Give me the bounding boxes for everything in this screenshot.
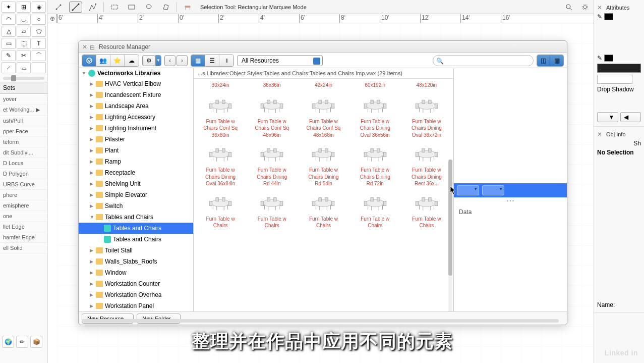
tree-item[interactable]: Workstation Counter [79,278,193,289]
tree-item-child[interactable]: Tables and Chairs [79,223,193,234]
sets-item[interactable]: teform [0,137,47,147]
resource-item[interactable]: 30x24in [196,81,245,90]
sets-item[interactable]: D Polygon [0,169,47,179]
line-weight-input[interactable] [597,75,632,84]
tool-icon[interactable]: ⌒ [32,50,46,61]
tool-icon[interactable]: ⬚ [17,38,31,49]
tree-item[interactable]: Simple Elevator [79,189,193,200]
sets-item[interactable]: emisphere [0,200,47,211]
tool-icon[interactable]: T [32,38,46,49]
tree-item[interactable]: HVAC Vertical Elbow [79,78,193,89]
view-column-icon[interactable]: ⫴ [219,55,233,66]
mode-rect-marquee-icon[interactable] [108,2,121,13]
resource-item[interactable]: Furn Table w Chairs Dining Rd 72in [350,143,400,188]
tool-icon[interactable]: ✂ [17,50,31,61]
tree-item[interactable]: Lighting Accessory [79,112,193,123]
sets-item[interactable]: et Working... ▶ [0,105,47,116]
sets-item[interactable]: hamfer Edge [0,232,47,243]
rm-scrollbar-vertical[interactable] [448,160,452,312]
resource-item[interactable]: Furn Table w Chairs [402,192,451,230]
tool-icon[interactable]: ⟋ [2,62,16,73]
tree-item[interactable]: Toilet Stall [79,245,193,256]
resource-item[interactable]: Furn Table w Chairs Dining Oval 36x56in [350,95,400,140]
tool-icon[interactable]: ✎ [2,50,16,61]
tool-icon[interactable]: ▭ [2,38,16,49]
rm-scrollbar-thumb[interactable] [448,160,452,276]
preview-dropdown-2[interactable] [482,185,504,195]
tool-icon[interactable]: ▱ [17,26,31,37]
tree-item[interactable]: Switch [79,200,193,212]
tree-item[interactable]: Receptacle [79,167,193,178]
close-icon[interactable]: ✕ [597,4,602,11]
sets-item[interactable]: yover [0,94,47,105]
tree-item[interactable]: Tables and Chairs [79,212,193,223]
source-cloud-icon[interactable]: ☁ [125,55,139,66]
tree-item[interactable]: Workstation Overhea [79,289,193,300]
tree-item[interactable]: Window [79,267,193,278]
mode-poly-icon[interactable] [159,2,172,13]
pen-swatch[interactable] [604,55,613,62]
view-list-icon[interactable]: ☰ [205,55,219,66]
preview-drag-dots[interactable]: • • • [454,197,567,204]
rm-grid-wrap[interactable]: 30x24in36x36in42x24in60x192in48x120in Fu… [194,79,453,312]
mode-icon-2[interactable] [69,2,82,13]
eraser-icon[interactable]: ✏ [16,336,28,348]
tree-item[interactable]: Walls_Slabs_Roofs [79,256,193,267]
tree-item[interactable]: Pilaster [79,134,193,145]
resource-item[interactable]: Furn Table w Chairs Dining Rd 54in [299,143,348,188]
resource-item[interactable]: Furn Table w Chairs [299,192,348,230]
zoom-tool-icon[interactable] [562,2,575,13]
sets-item[interactable]: URBS Curve [0,179,47,190]
resource-item[interactable]: Furn Table w Chairs Dining Oval 36x84in [196,143,245,188]
preview-scrollbar-horizontal[interactable] [82,319,559,323]
tool-icon[interactable]: ⊞ [17,2,31,13]
nav-back-icon[interactable]: ‹ [164,55,175,66]
resource-item[interactable]: Furn Table w Chairs Conf Sq 48x96in [247,95,297,140]
line-style-swatch[interactable] [597,64,641,73]
tool-icon[interactable]: ◈ [32,2,46,13]
sets-item[interactable]: one [0,211,47,222]
panel-layout-1-icon[interactable]: ◫ [537,55,550,66]
fill-swatch[interactable] [604,13,613,20]
close-icon[interactable]: ✕ [82,44,88,50]
pin-icon[interactable]: ⊟ [90,44,96,50]
marker-start-dropdown[interactable]: ▼ [597,112,618,122]
resource-item[interactable]: Furn Table w Chairs Conf Sq 36x60in [196,95,245,140]
rm-tree[interactable]: ▼ Vectorworks Libraries HVAC Vertical El… [79,68,194,312]
tree-item[interactable]: Plant [79,145,193,156]
marker-end-dropdown[interactable]: ◀ [620,112,641,122]
sets-item[interactable]: ell Solid [0,243,47,253]
earth-icon[interactable]: 🌍 [2,336,14,348]
resource-item[interactable]: Furn Table w Chairs [247,192,297,230]
rm-gear-icon[interactable]: ⚙ [142,55,155,66]
tool-icon[interactable]: ✦ [2,2,16,13]
panel-layout-2-icon[interactable]: ▥ [550,55,563,66]
nav-forward-icon[interactable]: › [177,55,188,66]
sets-item[interactable]: pper Face [0,126,47,137]
resource-item[interactable]: Furn Table w Chairs [196,192,245,230]
tree-item[interactable]: Incandescent Fixture [79,89,193,100]
tree-item[interactable]: Lighting Instrument [79,123,193,134]
tool-slider[interactable] [3,77,44,80]
resource-item[interactable]: 42x24in [299,81,348,90]
sets-item[interactable]: dit Subdivi... [0,147,47,158]
preview-dropdown-1[interactable] [457,185,479,195]
view-grid-icon[interactable]: ▦ [191,55,205,66]
mode-rect-icon[interactable] [125,2,138,13]
resource-item[interactable]: Furn Table w Chairs Conf Sq 48x168in [299,95,348,140]
resource-item[interactable]: 60x192in [350,81,400,90]
ruler-origin-icon[interactable]: ⊕ [48,14,57,23]
mode-icon-3[interactable] [86,2,99,13]
sets-item[interactable]: ush/Pull [0,116,47,126]
rm-search-input[interactable]: 🔍 [433,55,534,66]
rm-gear-dropdown[interactable]: ▼ [155,55,161,66]
source-star-icon[interactable]: ⭐ [110,55,125,66]
tool-icon[interactable]: ◡ [17,14,31,25]
source-group-icon[interactable]: 👥 [96,55,110,66]
source-vw-icon[interactable] [82,55,96,66]
sets-item[interactable]: llet Edge [0,222,47,232]
tool-icon[interactable]: ◠ [2,14,16,25]
tool-icon[interactable]: ⬠ [32,26,46,37]
box-icon[interactable]: 📦 [30,336,42,348]
resource-item[interactable]: Furn Table w Chairs Dining Rect 36x... [402,143,451,188]
